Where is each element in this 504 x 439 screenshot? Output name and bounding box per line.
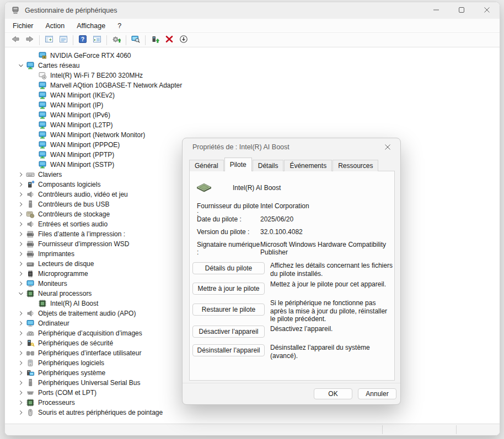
toolbar-separator	[106, 35, 107, 45]
tree-item-label: Marvell AQtion 10GBASE-T Network Adapter	[49, 82, 183, 89]
dialog-close-button[interactable]	[382, 142, 394, 154]
tree-item[interactable]: WAN Miniport (IPv6)	[5, 110, 500, 120]
roll-back-driver-button[interactable]: Restaurer le pilote	[192, 303, 265, 316]
tree-item-label: Lecteurs de disque	[37, 260, 95, 268]
chevron-right-icon[interactable]	[16, 359, 26, 367]
tab-evenements[interactable]: Événements	[284, 160, 332, 171]
tree-item-label: Contrôleurs de stockage	[37, 210, 111, 218]
chevron-right-icon[interactable]	[16, 349, 26, 357]
tree-item-label: Périphériques de sécurité	[37, 339, 114, 347]
update-driver-button[interactable]	[109, 34, 124, 46]
tree-item-label: Périphériques système	[37, 369, 106, 377]
properties-button[interactable]	[56, 34, 71, 46]
chevron-right-icon[interactable]	[16, 378, 26, 387]
chevron-right-icon[interactable]	[16, 398, 26, 407]
chevron-right-icon[interactable]	[16, 200, 26, 209]
tree-item[interactable]: Souris et autres périphériques de pointa…	[5, 408, 500, 418]
uninstall-device-button[interactable]	[162, 34, 176, 46]
tree-item[interactable]: Cartes réseau	[5, 61, 500, 71]
tree-item-label: Moniteurs	[37, 280, 68, 288]
chevron-right-icon[interactable]	[16, 190, 26, 199]
back-button[interactable]	[8, 34, 23, 46]
tree-item[interactable]: WAN Miniport (IKEv2)	[5, 90, 500, 100]
processor-chip-icon	[26, 289, 35, 298]
tree-item[interactable]: NVIDIA GeForce RTX 4060	[5, 51, 500, 61]
tree-item-label: WAN Miniport (L2TP)	[49, 121, 114, 129]
svg-text:?: ?	[81, 36, 84, 42]
chevron-right-icon[interactable]	[16, 279, 26, 288]
status-bar-divider	[382, 425, 383, 434]
tree-item[interactable]: Marvell AQtion 10GBASE-T Network Adapter	[5, 80, 500, 90]
menu-help[interactable]: ?	[112, 20, 127, 32]
show-console-tree-button[interactable]	[42, 34, 56, 46]
tree-item-label: Intel(R) Wi-Fi 7 BE200 320MHz	[49, 72, 144, 79]
tree-item-label: Files d’attente à l’impression :	[37, 230, 126, 238]
maximize-button[interactable]	[449, 2, 474, 19]
update-driver-button[interactable]: Mettre à jour le pilote	[192, 283, 265, 295]
tree-item-label: WAN Miniport (IPv6)	[49, 111, 111, 119]
tab-ressources[interactable]: Ressources	[333, 160, 378, 171]
close-button[interactable]	[474, 2, 500, 19]
disk-drive-icon	[26, 259, 35, 268]
chevron-down-icon[interactable]	[16, 289, 26, 298]
tab-general[interactable]: Général	[189, 160, 224, 171]
ok-button[interactable]: OK	[314, 388, 352, 399]
chevron-right-icon[interactable]	[16, 269, 26, 278]
tree-item-label: Processeurs	[37, 399, 76, 407]
imaging-device-icon	[26, 329, 35, 338]
tab-pilote[interactable]: Pilote	[224, 158, 252, 171]
printer-icon	[26, 250, 35, 258]
serial-port-icon	[26, 388, 35, 397]
tree-item-label: Ports (COM et LPT)	[37, 389, 98, 397]
chevron-right-icon[interactable]	[16, 250, 26, 258]
network-adapter-icon	[38, 160, 47, 169]
close-icon	[384, 144, 391, 152]
device-manager-app-icon	[11, 6, 20, 15]
scan-hardware-button[interactable]	[128, 34, 143, 46]
software-device-icon	[26, 359, 35, 367]
chevron-right-icon[interactable]	[16, 259, 26, 268]
chevron-right-icon[interactable]	[16, 220, 26, 229]
menu-fichier[interactable]: Fichier	[7, 20, 39, 32]
title-bar[interactable]: Gestionnaire de périphériques	[5, 2, 500, 19]
network-adapter-icon	[38, 131, 47, 139]
chevron-down-icon[interactable]	[16, 61, 26, 70]
menu-action[interactable]: Action	[40, 20, 71, 32]
chevron-right-icon[interactable]	[16, 408, 26, 417]
chevron-right-icon[interactable]	[16, 339, 26, 348]
chevron-right-icon[interactable]	[16, 309, 26, 318]
security-device-icon	[26, 339, 35, 348]
toolbar-separator	[126, 35, 126, 45]
forward-button[interactable]	[23, 34, 37, 46]
help-button[interactable]: ?	[76, 34, 90, 46]
chevron-right-icon[interactable]	[16, 388, 26, 397]
tree-item[interactable]: WAN Miniport (IP)	[5, 100, 500, 110]
minimize-button[interactable]	[423, 2, 449, 19]
tab-details[interactable]: Détails	[253, 160, 284, 171]
chevron-right-icon[interactable]	[16, 210, 26, 219]
chevron-right-icon[interactable]	[16, 319, 26, 328]
disable-device-button[interactable]	[176, 34, 191, 46]
disable-device-button[interactable]: Désactiver l’appareil	[192, 326, 265, 338]
hid-device-icon	[26, 349, 35, 357]
action-pane-button[interactable]	[90, 34, 104, 46]
tree-item-label: WAN Miniport (Network Monitor)	[49, 131, 146, 139]
chevron-right-icon[interactable]	[16, 329, 26, 338]
driver-details-button[interactable]: Détails du pilote	[192, 262, 265, 274]
uninstall-device-button[interactable]: Désinstaller l’appareil	[192, 344, 265, 356]
chevron-right-icon[interactable]	[16, 368, 26, 377]
chevron-right-icon[interactable]	[16, 240, 26, 248]
tree-item[interactable]: Intel(R) Wi-Fi 7 BE200 320MHz	[5, 71, 500, 80]
firmware-chip-icon	[26, 269, 35, 278]
minimize-icon	[433, 6, 439, 15]
field-value: 32.0.100.4082	[260, 228, 392, 236]
chevron-right-icon[interactable]	[16, 170, 26, 179]
tree-item[interactable]: WAN Miniport (L2TP)	[5, 120, 500, 130]
chevron-right-icon[interactable]	[16, 230, 26, 239]
enable-device-button[interactable]	[148, 34, 162, 46]
cancel-button[interactable]: Annuler	[358, 388, 396, 399]
chevron-right-icon[interactable]	[16, 180, 26, 189]
menu-affichage[interactable]: Affichage	[71, 20, 111, 32]
tree-item-label: Intel(R) AI Boost	[49, 300, 99, 307]
tree-item-label: Cartes réseau	[37, 62, 81, 69]
